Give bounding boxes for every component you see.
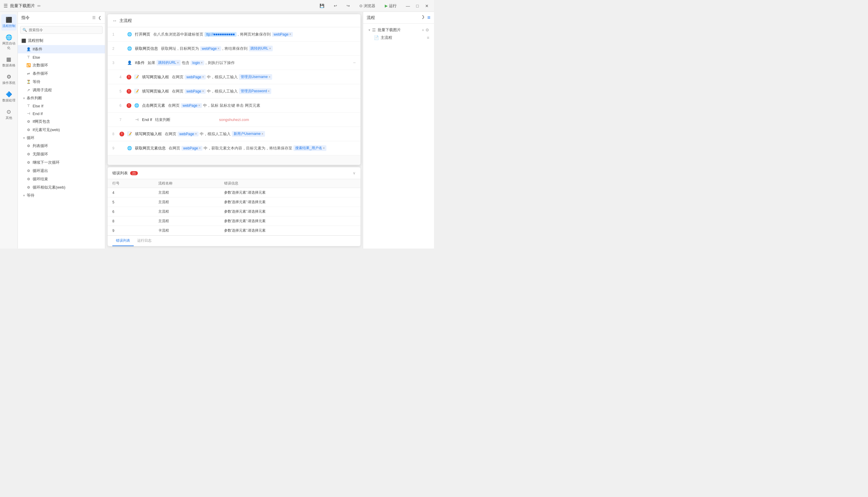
- sidebar-item-if-page-contains[interactable]: ⚙ If网页包含: [18, 117, 105, 126]
- redo-button[interactable]: ↪: [344, 2, 353, 9]
- sidebar-item-loop-end[interactable]: ⚙ 循环结束: [18, 175, 105, 183]
- sidebar-item-loop-similar-web[interactable]: ⚙ 循环相似元素(web): [18, 183, 105, 191]
- edit-icon[interactable]: ✏: [37, 3, 41, 8]
- save-icon: 💾: [320, 3, 324, 8]
- flow-window-title: 主流程: [119, 18, 132, 24]
- section-flow-control-header[interactable]: ⬛ 流程控制: [18, 36, 105, 45]
- app-logo: ☰: [3, 3, 8, 9]
- col-error: 错误信息: [219, 179, 361, 188]
- sidebar-item-if-condition[interactable]: 👤 If条件: [18, 45, 105, 53]
- nav-item-data-process[interactable]: 🔷 数据处理: [1, 89, 17, 105]
- main-flow-settings-icon[interactable]: ≡: [427, 35, 429, 40]
- if-tag-2: login ×: [191, 60, 204, 65]
- continue-loop-icon: ⚙: [26, 160, 31, 165]
- flow-control-icon: ⬛: [6, 17, 12, 23]
- right-tree: ▼ ☰ 批量下载图片 + ⚙ 📄 主流程 ≡: [363, 24, 434, 44]
- flow-window: ↔ 主流程 1 🌐 打开网页 在八爪鱼浏览器中新建标签页 ttp://■■■■■…: [107, 14, 361, 165]
- sidebar-item-else-if[interactable]: ⊤ Else If: [18, 102, 105, 110]
- right-sidebar-title: 流程: [367, 15, 375, 20]
- flow-content: 1 🌐 打开网页 在八爪鱼浏览器中新建标签页 ttp://■■■■■■■■■■ …: [107, 27, 361, 165]
- row-7-icon: ⊣: [134, 117, 140, 123]
- sidebar-item-list-loop[interactable]: ⚙ 列表循环: [18, 142, 105, 150]
- if-element-visible-icon: ⚙: [26, 128, 31, 132]
- sidebar-item-end-if[interactable]: ⊣ End If: [18, 110, 105, 117]
- nav-item-web-auto[interactable]: 🌐 网页自动化: [1, 32, 17, 53]
- row-2-content: 🌐 获取网页信息 获取网址 , 目标网页为 webPage × , 将结果保存到…: [127, 46, 356, 52]
- error-flow: 主流程: [154, 188, 219, 198]
- right-tree-main-flow-actions: ≡: [427, 35, 429, 40]
- expand-icon[interactable]: ❯: [422, 15, 425, 21]
- sidebar-item-if-element-visible[interactable]: ⚙ If元素可见(web): [18, 126, 105, 134]
- search-input[interactable]: [20, 26, 103, 34]
- sort-icon[interactable]: ☰: [92, 15, 96, 20]
- row-5-content: 📝 填写网页输入框 在网页 webPage × 中，模拟人工输入 管理员Pass…: [134, 88, 356, 94]
- flow-row-7: 7 ⊣ End If 结束判断 songshuhezi.com: [107, 113, 361, 127]
- minimize-button[interactable]: —: [404, 2, 411, 10]
- row-3-minus[interactable]: −: [353, 60, 356, 66]
- collapse-icon[interactable]: ❮: [98, 15, 101, 20]
- right-tree-root-icon: ☰: [372, 28, 376, 32]
- tab-run-log[interactable]: 运行日志: [134, 236, 155, 246]
- title-bar-center: 💾 ↩ ↪ ⊙ 浏览器 ▶ 运行: [317, 2, 400, 10]
- error-panel-header[interactable]: 错误列表 21 ∨: [107, 167, 361, 179]
- search-icon: 🔍: [23, 28, 27, 32]
- count-loop-icon: 🔁: [26, 63, 31, 68]
- maximize-button[interactable]: □: [414, 2, 421, 10]
- right-tree-arrow: ▼: [368, 28, 371, 32]
- sidebar-item-infinite-loop[interactable]: ⚙ 无限循环: [18, 150, 105, 158]
- sidebar-item-wait[interactable]: ⏳ 等待: [18, 78, 105, 86]
- nav-item-operation-sys[interactable]: ⚙ 操作系统: [1, 71, 17, 87]
- error-panel: 错误列表 21 ∨ 行号 流程名称 错误信息 4 主流程 参数'选择元素':请选…: [107, 167, 361, 246]
- right-flow-icon[interactable]: ≡: [427, 15, 431, 21]
- add-flow-icon[interactable]: +: [422, 28, 424, 32]
- webpage-tag-2: webPage ×: [200, 46, 221, 51]
- close-button[interactable]: ✕: [423, 2, 431, 10]
- operation-sys-icon: ⚙: [6, 73, 11, 80]
- flow-row-8: 8 ! 📝 填写网页输入框 在网页 webPage × 中，模拟人工输入 新用户…: [107, 127, 361, 141]
- table-row: 4 主流程 参数'选择元素':请选择元素: [107, 188, 361, 198]
- new-user-tag: 新用户Username ×: [232, 131, 265, 137]
- tab-error-list[interactable]: 错误列表: [112, 236, 134, 246]
- row-5-error: !: [127, 89, 131, 94]
- instruction-panel-header: 指令 ☰ ❮: [18, 12, 105, 24]
- row-num-2: 2: [112, 46, 119, 51]
- right-tree-main-flow-icon: 📄: [374, 35, 379, 40]
- row-num-4: 4: [119, 75, 127, 79]
- search-box: 🔍: [20, 26, 103, 34]
- error-line: 6: [107, 207, 154, 216]
- sidebar-content: ⬛ 流程控制 👤 If条件 ⊤ Else 🔁 次数循环 ⇌ 条件循环: [18, 36, 105, 248]
- url-tag: ttp://■■■■■■■■■■: [205, 32, 236, 37]
- right-tree-actions: + ⚙: [422, 28, 429, 32]
- condition-arrow: ▼: [23, 97, 26, 100]
- web-auto-icon: 🌐: [6, 34, 12, 41]
- category-wait[interactable]: ▼ 等待: [18, 191, 105, 199]
- sidebar-item-loop-exit[interactable]: ⚙ 循环退出: [18, 167, 105, 175]
- main-layout: ⬛ 流程控制 🌐 网页自动化 ▦ 数据表格 ⚙ 操作系统 🔷 数据处理 ⊙ 其他…: [0, 12, 434, 248]
- browser-icon: ⊙: [359, 3, 363, 8]
- sidebar-item-count-loop[interactable]: 🔁 次数循环: [18, 61, 105, 69]
- if-page-contains-icon: ⚙: [26, 119, 31, 124]
- right-tree-main-flow[interactable]: 📄 主流程 ≡: [372, 34, 432, 42]
- nav-item-flow-control[interactable]: ⬛ 流程控制: [1, 14, 17, 30]
- category-loop[interactable]: ▼ 循环: [18, 134, 105, 142]
- row-6-icon: 🌐: [134, 103, 140, 109]
- category-condition[interactable]: ▼ 条件判断: [18, 94, 105, 102]
- save-button[interactable]: 💾: [317, 2, 327, 9]
- col-flow: 流程名称: [154, 179, 219, 188]
- row-6-content: 🌐 点击网页元素 在网页 webPage × 中，鼠标 鼠标左键 单击 网页元素: [134, 103, 356, 109]
- nav-item-data-table[interactable]: ▦ 数据表格: [1, 54, 17, 70]
- settings-flow-icon[interactable]: ⚙: [425, 28, 429, 32]
- sidebar-item-continue-loop[interactable]: ⚙ 继续下一次循环: [18, 158, 105, 167]
- redirect-url-tag: 跳转的URL ×: [249, 46, 273, 51]
- browser-button[interactable]: ⊙ 浏览器: [356, 2, 378, 10]
- right-tree-root[interactable]: ▼ ☰ 批量下载图片 + ⚙: [365, 26, 432, 34]
- others-icon: ⊙: [6, 109, 11, 115]
- list-loop-icon: ⚙: [26, 143, 31, 148]
- sidebar-item-call-subflow[interactable]: ↗ 调用子流程: [18, 86, 105, 94]
- flow-row-9: 9 🌐 获取网页元素信息 在网页 webPage × 中，获取元素文本内容，目标…: [107, 141, 361, 155]
- nav-item-others[interactable]: ⊙ 其他: [1, 106, 17, 123]
- sidebar-item-cond-loop[interactable]: ⇌ 条件循环: [18, 69, 105, 78]
- sidebar-item-else[interactable]: ⊤ Else: [18, 53, 105, 61]
- undo-button[interactable]: ↩: [331, 2, 340, 9]
- run-button[interactable]: ▶ 运行: [382, 2, 400, 10]
